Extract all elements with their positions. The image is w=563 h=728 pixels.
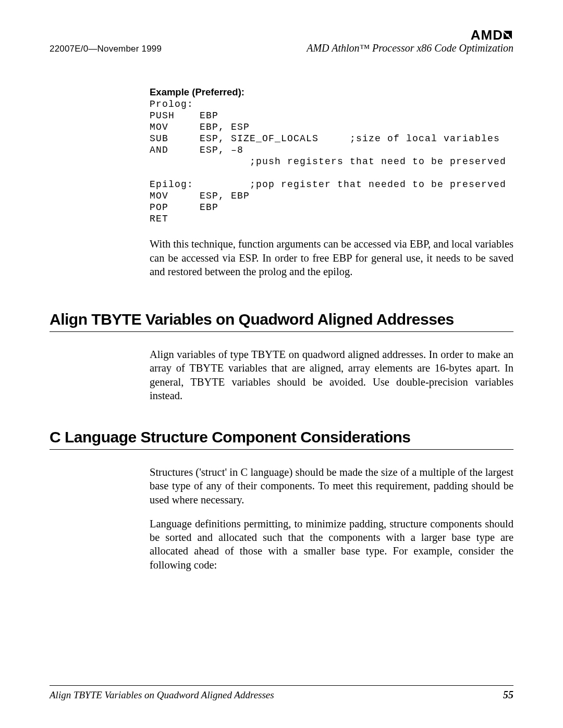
content: Example (Preferred): Prolog: PUSH EBP MO… [50,87,513,572]
example-block: Example (Preferred): Prolog: PUSH EBP MO… [150,87,513,278]
section-heading-tbyte: Align TBYTE Variables on Quadword Aligne… [50,311,513,332]
paragraph-4: Language definitions permitting, to mini… [150,517,513,572]
header-row: 22007E/0—November 1999 AMD Athlon™ Proce… [50,42,513,54]
amd-logo: AMD [471,27,513,44]
footer: Align TBYTE Variables on Quadword Aligne… [50,685,513,701]
paragraph-3: Structures ('struct' in C language) shou… [150,465,513,507]
section-heading-c-struct: C Language Structure Component Considera… [50,428,513,450]
paragraph-1: With this technique, function arguments … [150,237,513,278]
logo-text: AMD [471,27,503,43]
footer-page-number: 55 [503,689,513,701]
section-body-tbyte: Align variables of type TBYTE on quadwor… [150,348,513,402]
page: AMD 22007E/0—November 1999 AMD Athlon™ P… [0,0,563,728]
section-body-c-struct: Structures ('struct' in C language) shou… [150,465,513,572]
footer-title: Align TBYTE Variables on Quadword Aligne… [50,689,274,701]
document-id: 22007E/0—November 1999 [50,44,162,54]
amd-arrow-icon [502,28,513,44]
example-label: Example (Preferred): [150,87,513,98]
paragraph-2: Align variables of type TBYTE on quadwor… [150,348,513,402]
code-block: Prolog: PUSH EBP MOV EBP, ESP SUB ESP, S… [150,99,513,225]
